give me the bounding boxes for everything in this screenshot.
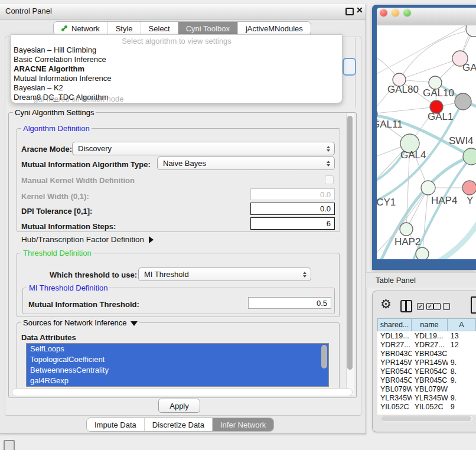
stepper-arrows-icon	[327, 146, 330, 152]
table-row[interactable]: YBL079WYBL079W	[377, 384, 476, 393]
mi-algorithm-type-label: Mutual Information Algorithm Type:	[21, 160, 151, 169]
float-window-icon[interactable]	[345, 8, 354, 15]
attributes-scrollbar-thumb[interactable]	[321, 345, 327, 369]
sources-group-title[interactable]: Sources for Network Inference	[21, 318, 139, 327]
which-threshold-label: Which threshold to use:	[50, 270, 137, 279]
network-node[interactable]	[421, 181, 435, 195]
node-label: GCY1	[377, 197, 396, 208]
table-cell: YDR27...	[412, 341, 448, 349]
manual-kernel-width-checkbox[interactable]	[325, 175, 334, 184]
panel-title: Control Panel	[5, 6, 52, 15]
hub-definition-label: Hub/Transcription Factor Definition	[21, 235, 144, 244]
table-cell: YBL079W	[412, 385, 448, 393]
function-builder-icon[interactable]	[471, 296, 476, 314]
table-header-row: shared...nameA	[377, 318, 476, 331]
table-cell: YBR045C	[377, 376, 412, 384]
algorithm-option[interactable]: Bayesian – Hill Climbing	[11, 45, 342, 55]
attribute-item[interactable]: SelfLoops	[27, 344, 328, 354]
teal-edge[interactable]	[436, 223, 476, 259]
network-canvas[interactable]: GALGAL80GAL10GAL1GAL11GAL4SWI4GCY1HAP4YH…	[377, 25, 476, 259]
column-header[interactable]: A	[448, 318, 476, 331]
attribute-item[interactable]: BetweennessCentrality	[27, 365, 328, 376]
zoom-traffic-light[interactable]	[403, 9, 411, 17]
aracne-mode-select[interactable]: Discovery	[72, 142, 335, 155]
algorithm-option[interactable]: Bayesian – K2	[11, 83, 342, 93]
settings-group-title: Cyni Algorithm Settings	[13, 108, 96, 117]
table-row[interactable]: YIL052CYIL052C9	[377, 402, 476, 411]
table-cell: YDL19...	[377, 332, 412, 340]
apply-button[interactable]: Apply	[158, 399, 200, 413]
network-node[interactable]	[416, 247, 429, 259]
tab-label: Infer Network	[220, 420, 266, 429]
node-label: GAL80	[387, 84, 419, 95]
dpi-tolerance-field[interactable]: 0.0	[250, 203, 335, 215]
node-label: GAL1	[428, 111, 453, 122]
table-row[interactable]: YDR27...YDR27...12	[377, 340, 476, 349]
table-cell: 9.	[448, 394, 476, 402]
table-cell: 9	[448, 403, 476, 411]
network-node[interactable]	[462, 181, 476, 195]
table-row[interactable]: YER054CYER054C8.	[377, 367, 476, 376]
attribute-item[interactable]: gal4RGexp	[27, 376, 328, 386]
algorithm-option[interactable]: Mutual Information Inference	[11, 74, 342, 83]
tab-cyni-toolbox[interactable]: Cyni Toolbox	[178, 22, 238, 35]
manual-kernel-width-label: Manual Kernel Width Definition	[21, 176, 135, 185]
table-row[interactable]: YDL19...YDL19...13	[377, 331, 476, 340]
algorithm-option[interactable]: ARACNE Algorithm	[11, 64, 342, 74]
node-label: HAP2	[395, 236, 420, 247]
network-node[interactable]	[463, 148, 476, 165]
column-header[interactable]: shared...	[377, 318, 412, 331]
select-all-checkboxes-icon[interactable]: ✓✓	[417, 303, 433, 310]
stepper-arrows-icon	[303, 272, 307, 278]
mi-threshold-field[interactable]: 0.5	[248, 297, 331, 309]
settings-hscrollbar[interactable]	[12, 388, 353, 396]
table-row[interactable]: YPR145WYPR145W9.	[377, 358, 476, 367]
column-header[interactable]: name	[412, 318, 448, 331]
table-cell: 12	[448, 341, 476, 349]
table-row[interactable]: YLR345WYLR345W9.	[377, 393, 476, 402]
data-attributes-list[interactable]: SelfLoopsTopologicalCoefficientBetweenne…	[26, 343, 329, 387]
algorithm-option[interactable]: Basic Correlation Inference	[11, 55, 342, 64]
tab-label: Cyni Toolbox	[186, 24, 230, 33]
algorithm-list: Bayesian – Hill ClimbingBasic Correlatio…	[11, 45, 342, 102]
deselect-all-checkboxes-icon[interactable]	[433, 303, 450, 310]
mi-algorithm-type-select[interactable]: Naive Bayes	[157, 156, 335, 170]
table-hscrollbar-thumb[interactable]	[382, 416, 471, 421]
network-node[interactable]	[455, 93, 471, 110]
table-cell: 9.	[448, 376, 476, 384]
table-cell: YLR345W	[412, 394, 448, 402]
dpi-tolerance-label: DPI Tolerance [0,1]:	[21, 207, 92, 216]
tab-style[interactable]: Style	[108, 22, 141, 35]
settings-scrollbar-thumb[interactable]	[347, 116, 353, 370]
tab-infer-network[interactable]: Infer Network	[213, 418, 273, 431]
tab-label: Select	[149, 24, 170, 33]
dock-grip-icon[interactable]	[4, 440, 15, 450]
hub-definition-expander[interactable]: Hub/Transcription Factor Definition	[21, 235, 154, 244]
network-node[interactable]	[466, 25, 476, 37]
table-cell: YER054C	[412, 367, 448, 376]
which-threshold-select[interactable]: MI Threshold	[138, 268, 311, 281]
close-icon[interactable]: ✕	[356, 5, 363, 15]
attribute-item[interactable]: TopologicalCoefficient	[27, 354, 328, 365]
gear-icon[interactable]: ⚙	[380, 298, 392, 310]
cyni-mode-tabbar: Impute DataDiscretize DataInfer Network	[86, 418, 274, 432]
tab-jactivemnodules[interactable]: jActiveMNodules	[238, 22, 311, 35]
node-label: GAL	[462, 62, 476, 73]
algorithm-dropdown-popup: Select algorithm to view settings Bayesi…	[11, 34, 343, 103]
kernel-width-label: Kernel Width (0,1):	[21, 192, 89, 201]
close-traffic-light[interactable]	[380, 9, 387, 17]
minimize-traffic-light[interactable]	[392, 9, 399, 17]
network-node[interactable]	[400, 223, 413, 236]
edge[interactable]	[399, 58, 460, 80]
algorithm-prompt: Select algorithm to view settings	[11, 35, 342, 45]
node-table[interactable]: shared...nameA YDL19...YDL19...13YDR27..…	[377, 318, 476, 415]
tab-discretize-data[interactable]: Discretize Data	[145, 418, 213, 431]
tab-impute-data[interactable]: Impute Data	[87, 418, 145, 431]
table-row[interactable]: YBR043CYBR043C	[377, 349, 476, 358]
table-row[interactable]: YBR045CYBR045C9.	[377, 376, 476, 384]
kernel-width-field[interactable]: 0.0	[250, 188, 335, 200]
tab-network[interactable]: Network	[54, 22, 108, 35]
mi-steps-field[interactable]: 6	[250, 217, 335, 230]
tab-select[interactable]: Select	[141, 22, 178, 35]
columns-icon[interactable]	[400, 300, 412, 312]
